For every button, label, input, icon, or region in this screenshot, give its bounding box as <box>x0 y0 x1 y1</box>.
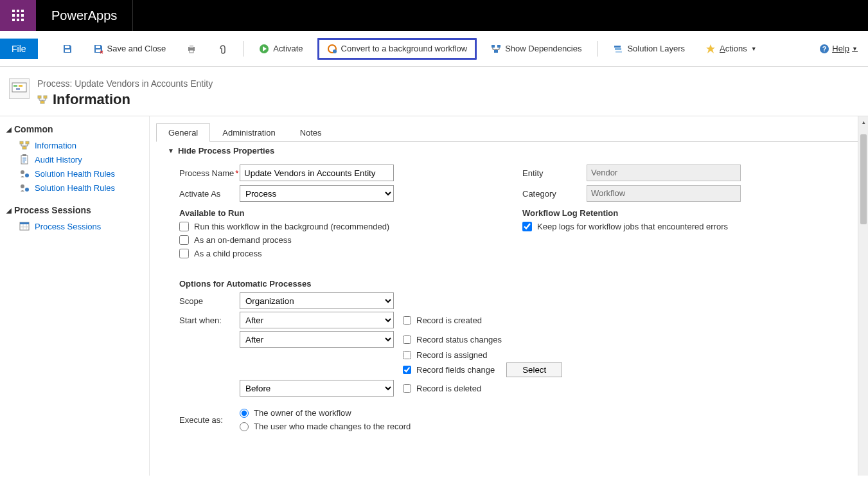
svg-rect-29 <box>13 85 17 87</box>
scope-select[interactable]: Organization <box>240 292 394 309</box>
main-panel: General Administration Notes ▼ Hide Proc… <box>149 116 868 476</box>
svg-point-41 <box>25 174 29 177</box>
sidebar-group-process-sessions[interactable]: ◢ Process Sessions <box>4 201 145 219</box>
attach-button[interactable] <box>211 40 234 58</box>
child-process-checkbox[interactable] <box>179 249 189 258</box>
tab-general[interactable]: General <box>156 123 210 142</box>
record-status-checkbox[interactable] <box>403 335 411 344</box>
convert-button[interactable]: Convert to a background workflow <box>317 38 477 60</box>
paperclip-icon <box>217 44 227 54</box>
record-created-checkbox[interactable] <box>403 316 411 325</box>
sidebar-item-information[interactable]: Information <box>4 138 145 152</box>
save-close-button[interactable]: Save and Close <box>87 40 173 58</box>
process-name-field[interactable] <box>240 165 394 181</box>
svg-point-43 <box>25 188 29 192</box>
execute-user-radio[interactable] <box>240 422 249 431</box>
record-fields-label: Record fields change <box>416 365 495 375</box>
activate-as-select[interactable]: Process <box>240 185 394 202</box>
sidebar-item-solution-health-1[interactable]: Solution Health Rules <box>4 166 145 181</box>
solution-layers-label: Solution Layers <box>627 44 685 53</box>
svg-rect-32 <box>38 96 41 98</box>
show-deps-button[interactable]: Show Dependencies <box>484 40 588 58</box>
clipboard-icon <box>19 154 30 165</box>
tab-bar: General Administration Notes <box>156 123 862 142</box>
svg-rect-12 <box>96 49 101 52</box>
sidebar-group-common[interactable]: ◢ Common <box>4 120 145 138</box>
sidebar-group-label: Process Sessions <box>14 205 91 215</box>
file-button[interactable]: File <box>0 39 38 59</box>
sidebar: ◢ Common Information Audit History Solut… <box>0 116 149 476</box>
svg-rect-24 <box>616 51 622 53</box>
process-name-label: Process Name* <box>156 168 240 178</box>
execute-owner-radio[interactable] <box>240 409 249 418</box>
sidebar-item-process-sessions[interactable]: Process Sessions <box>4 219 145 233</box>
select-fields-button[interactable]: Select <box>506 362 562 377</box>
print-button[interactable] <box>180 40 203 58</box>
sidebar-group-label: Common <box>14 124 53 134</box>
category-label: Category <box>522 189 587 199</box>
start-after1-select[interactable]: After <box>240 312 394 328</box>
svg-rect-22 <box>614 46 621 48</box>
app-launcher-icon[interactable] <box>0 0 36 31</box>
svg-rect-30 <box>19 85 22 87</box>
print-icon <box>186 44 197 54</box>
activate-icon <box>259 44 269 54</box>
workflow-small-icon <box>37 94 48 105</box>
save-button[interactable] <box>56 40 79 58</box>
keep-logs-checkbox[interactable] <box>522 222 532 231</box>
execute-as-label: Execute as: <box>156 415 240 425</box>
show-deps-label: Show Dependencies <box>505 44 581 53</box>
svg-rect-9 <box>65 46 69 48</box>
breadcrumb: Process: Update Vendors in Accounts Enti… <box>37 78 213 89</box>
start-before-select[interactable]: Before <box>240 380 394 397</box>
record-deleted-checkbox[interactable] <box>403 384 411 393</box>
record-deleted-label: Record is deleted <box>416 384 481 393</box>
help-link[interactable]: ? Help ▼ <box>819 44 858 54</box>
hide-properties-toggle[interactable]: ▼ Hide Process Properties <box>168 146 862 156</box>
save-close-icon <box>93 44 103 54</box>
svg-rect-2 <box>21 10 24 12</box>
save-icon <box>62 44 73 54</box>
sidebar-item-solution-health-2[interactable]: Solution Health Rules <box>4 181 145 195</box>
deps-icon <box>491 44 501 54</box>
separator <box>243 41 244 57</box>
record-status-label: Record status changes <box>416 335 502 344</box>
start-after2-select[interactable]: After <box>240 331 394 348</box>
record-assigned-checkbox[interactable] <box>403 351 411 359</box>
activate-button[interactable]: Activate <box>252 40 309 58</box>
record-fields-checkbox[interactable] <box>403 366 411 374</box>
scope-label: Scope <box>156 296 240 306</box>
actions-menu[interactable]: Actions ▼ <box>699 40 763 58</box>
command-bar: File Save and Close Activate Convert to … <box>0 31 868 67</box>
svg-rect-37 <box>22 147 26 149</box>
available-to-run-heading: Available to Run <box>179 208 497 218</box>
wlr-heading: Workflow Log Retention <box>522 208 862 218</box>
record-assigned-label: Record is assigned <box>416 350 488 360</box>
keep-logs-label: Keep logs for workflow jobs that encount… <box>537 222 728 231</box>
svg-point-18 <box>333 49 337 53</box>
scrollbar[interactable]: ▴ <box>858 116 868 476</box>
tab-administration[interactable]: Administration <box>210 123 287 142</box>
tab-notes[interactable]: Notes <box>288 123 334 142</box>
sidebar-item-audit-history[interactable]: Audit History <box>4 152 145 166</box>
svg-point-42 <box>21 184 24 188</box>
run-background-label: Run this workflow in the background (rec… <box>194 222 389 231</box>
on-demand-checkbox[interactable] <box>179 235 189 245</box>
solution-layers-button[interactable]: Solution Layers <box>607 40 691 58</box>
help-icon: ? <box>819 44 829 54</box>
health-icon <box>19 183 30 193</box>
chevron-down-icon: ▼ <box>751 46 757 52</box>
start-when-label: Start when: <box>156 316 240 325</box>
svg-rect-11 <box>96 46 100 48</box>
svg-marker-25 <box>706 44 715 53</box>
caret-down-icon: ◢ <box>6 126 12 133</box>
caret-down-icon: ◢ <box>6 207 12 214</box>
sidebar-item-label: Audit History <box>35 155 82 165</box>
svg-rect-0 <box>12 10 15 12</box>
layers-icon <box>613 44 623 54</box>
convert-label: Convert to a background workflow <box>341 44 468 53</box>
run-background-checkbox[interactable] <box>179 222 189 231</box>
scroll-thumb[interactable] <box>860 134 867 224</box>
svg-rect-36 <box>26 141 29 144</box>
svg-rect-28 <box>12 83 26 92</box>
